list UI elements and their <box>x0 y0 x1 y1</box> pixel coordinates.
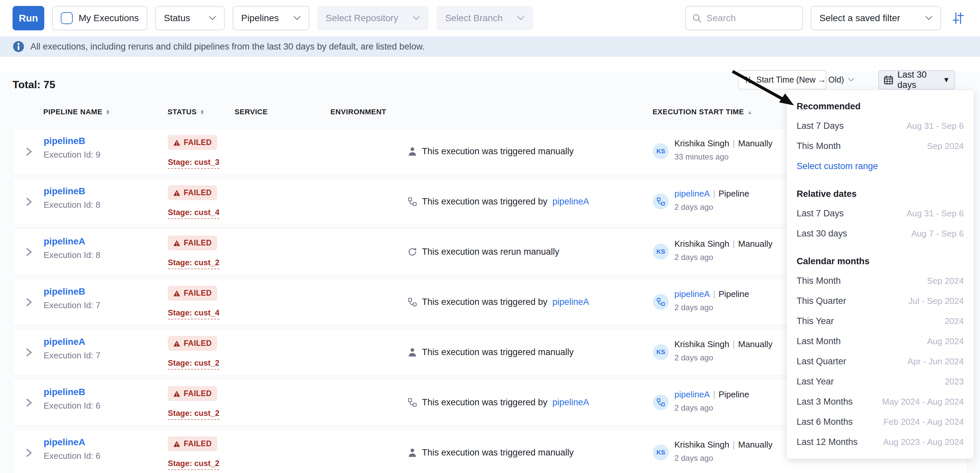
date-menu-item[interactable]: Last 7 DaysAug 31 - Sep 6 <box>787 116 974 136</box>
expand-chevron-icon[interactable] <box>25 297 33 308</box>
date-range-label: Last 30 days <box>897 70 939 90</box>
search-input[interactable] <box>706 13 796 24</box>
trigger-info: This execution was rerun manually <box>408 247 559 257</box>
sort-order-dropdown[interactable]: Start Time (New → Old) <box>738 70 826 89</box>
triggered-by-name[interactable]: pipelineA <box>675 289 710 299</box>
date-menu-item[interactable]: Last 7 DaysAug 31 - Sep 6 <box>787 203 974 224</box>
triggered-by-name[interactable]: Krishika Singh <box>675 138 729 148</box>
date-menu-item-range: May 2024 - Aug 2024 <box>882 397 964 407</box>
failed-stage-link[interactable]: Stage: cust_3 <box>168 157 220 169</box>
expand-chevron-icon[interactable] <box>25 146 33 157</box>
date-menu-item[interactable]: Last MonthAug 2024 <box>787 331 974 351</box>
trigger-text: This execution was triggered manually <box>422 146 574 157</box>
date-menu-item-label: Select custom range <box>797 161 878 171</box>
sort-order-label: Start Time (New → Old) <box>756 75 844 84</box>
search-box[interactable] <box>685 6 803 30</box>
caret-down-icon: ▼ <box>943 76 950 84</box>
trigger-type: Manually <box>738 239 773 249</box>
date-menu-item-label: Last Quarter <box>797 356 846 367</box>
pipeline-icon <box>408 197 417 206</box>
pipeline-name-link[interactable]: pipelineB <box>44 186 85 197</box>
trigger-pipeline-link[interactable]: pipelineA <box>552 197 589 207</box>
column-header-status[interactable]: STATUS ▲▼ <box>167 108 205 116</box>
column-header-environment: ENVIRONMENT <box>331 108 386 116</box>
date-menu-item[interactable]: Last 12 MonthsAug 2023 - Aug 2024 <box>787 432 974 452</box>
trigger-info: This execution was triggered manually <box>408 347 574 357</box>
triggered-by-name[interactable]: pipelineA <box>675 189 710 198</box>
chevron-down-icon <box>848 78 854 82</box>
pipeline-name-link[interactable]: pipelineA <box>44 336 85 347</box>
expand-chevron-icon[interactable] <box>25 247 33 257</box>
trigger-pipeline-link[interactable]: pipelineA <box>552 397 589 408</box>
saved-filter-dropdown[interactable]: Select a saved filter <box>811 6 941 30</box>
pipelines-filter-dropdown[interactable]: Pipelines <box>232 6 309 30</box>
triggered-by-line: Krishika Singh|Manually <box>675 138 773 149</box>
filter-settings-button[interactable] <box>949 9 967 27</box>
my-executions-toggle[interactable]: My Executions <box>52 6 147 30</box>
column-header-execution-start-time[interactable]: EXECUTION START TIME ▲ <box>652 108 752 116</box>
pipeline-name-link[interactable]: pipelineB <box>44 387 85 397</box>
date-menu-item[interactable]: This MonthSep 2024 <box>787 271 974 291</box>
date-menu-item[interactable]: Last 6 MonthsFeb 2024 - Aug 2024 <box>787 412 974 432</box>
trigger-type: Manually <box>738 339 773 349</box>
pipeline-name-link[interactable]: pipelineB <box>44 286 85 297</box>
pipeline-name-link[interactable]: pipelineA <box>44 437 85 448</box>
date-menu-item[interactable]: This QuarterJul - Sep 2024 <box>787 291 974 311</box>
expand-chevron-icon[interactable] <box>25 347 33 358</box>
date-menu-item-range: Apr - Jun 2024 <box>907 356 964 367</box>
start-time-relative: 33 minutes ago <box>675 152 729 162</box>
repository-filter-dropdown[interactable]: Select Repository <box>317 6 428 30</box>
failed-stage-link[interactable]: Stage: cust_4 <box>168 308 220 319</box>
date-menu-section: Calendar monthsThis MonthSep 2024This Qu… <box>787 252 974 452</box>
trigger-pipeline-link[interactable]: pipelineA <box>552 297 589 307</box>
pipeline-name-link[interactable]: pipelineA <box>44 236 85 247</box>
date-menu-item[interactable]: Last 30 daysAug 7 - Sep 6 <box>787 224 974 244</box>
execution-id: Execution Id: 7 <box>44 351 100 361</box>
failed-stage-link[interactable]: Stage: cust_2 <box>168 359 220 370</box>
date-menu-item[interactable]: Select custom range <box>787 156 974 176</box>
date-menu-item-label: This Year <box>797 316 834 326</box>
date-menu-item[interactable]: This Year2024 <box>787 311 974 331</box>
warning-triangle-icon <box>173 190 180 196</box>
date-menu-item-label: This Month <box>797 276 841 286</box>
status-filter-dropdown[interactable]: Status <box>155 6 225 30</box>
date-menu-item-label: Last 7 Days <box>797 208 844 219</box>
trigger-type: Manually <box>738 138 773 148</box>
date-menu-item-range: Sep 2024 <box>927 276 964 286</box>
run-button[interactable]: Run <box>13 6 44 30</box>
search-icon <box>692 13 702 23</box>
triggered-by-line: pipelineA|Pipeline <box>675 289 749 299</box>
branch-filter-dropdown[interactable]: Select Branch <box>436 6 533 30</box>
triggered-by-name[interactable]: Krishika Singh <box>675 239 729 249</box>
date-menu-item[interactable]: Last 3 MonthsMay 2024 - Aug 2024 <box>787 392 974 412</box>
date-menu-item-range: Aug 7 - Sep 6 <box>911 229 964 239</box>
date-menu-item-label: Last 30 days <box>797 229 847 239</box>
repository-filter-label: Select Repository <box>326 13 398 24</box>
trigger-text: This execution was rerun manually <box>422 247 559 257</box>
column-header-pipeline-name[interactable]: PIPELINE NAME ▲▼ <box>43 108 110 116</box>
failed-stage-link[interactable]: Stage: cust_4 <box>168 208 220 219</box>
pipelines-filter-label: Pipelines <box>241 13 279 24</box>
triggered-by-name[interactable]: pipelineA <box>675 389 710 399</box>
warning-triangle-icon <box>173 140 180 146</box>
expand-chevron-icon[interactable] <box>25 197 33 207</box>
trigger-type: Pipeline <box>719 289 749 299</box>
expand-chevron-icon[interactable] <box>25 448 33 458</box>
status-text: FAILED <box>184 439 212 448</box>
date-range-dropdown[interactable]: Last 30 days ▼ <box>878 70 955 89</box>
date-menu-item[interactable]: Last QuarterApr - Jun 2024 <box>787 351 974 371</box>
failed-stage-link[interactable]: Stage: cust_2 <box>168 409 220 420</box>
status-badge: FAILED <box>168 436 217 451</box>
date-menu-item[interactable]: This MonthSep 2024 <box>787 136 974 156</box>
pipeline-name-link[interactable]: pipelineB <box>44 136 85 146</box>
triggered-by-name[interactable]: Krishika Singh <box>675 440 729 449</box>
date-menu-item[interactable]: Last Year2023 <box>787 371 974 392</box>
failed-stage-link[interactable]: Stage: cust_2 <box>168 459 220 470</box>
failed-stage-link[interactable]: Stage: cust_2 <box>168 258 220 269</box>
chevron-down-icon <box>293 16 301 21</box>
sort-ascending-icon: ▲ <box>748 110 752 115</box>
my-executions-checkbox[interactable] <box>61 12 73 24</box>
triggered-by-name[interactable]: Krishika Singh <box>675 339 729 349</box>
expand-chevron-icon[interactable] <box>25 397 33 408</box>
trigger-info: This execution was triggered by pipeline… <box>408 397 589 408</box>
